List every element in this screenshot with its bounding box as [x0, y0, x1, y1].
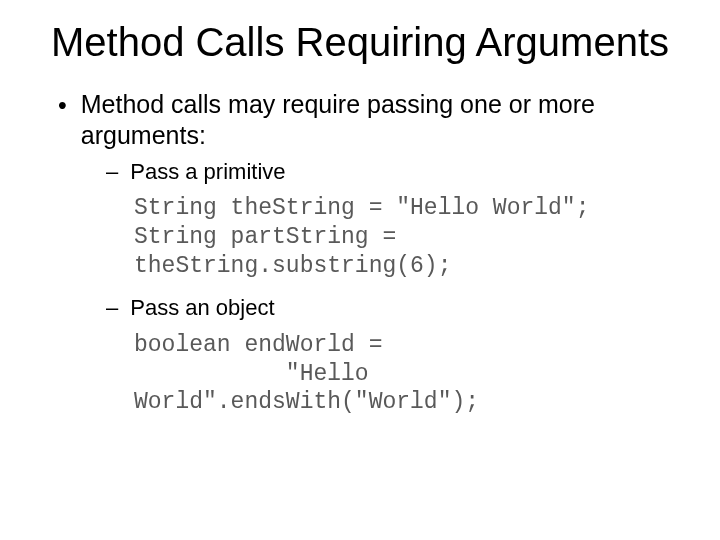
slide-title: Method Calls Requiring Arguments [40, 20, 680, 65]
bullet-marker-dot: • [58, 89, 67, 122]
code-block-object: boolean endWorld = "Hello World".endsWit… [134, 331, 680, 417]
bullet-item-object: – Pass an object [106, 294, 680, 323]
bullet-item-label: Pass an object [130, 294, 274, 323]
bullet-marker-dash: – [106, 294, 118, 323]
bullet-intro-text: Method calls may require passing one or … [81, 89, 680, 152]
bullet-item-label: Pass a primitive [130, 158, 285, 187]
bullet-intro: • Method calls may require passing one o… [58, 89, 680, 152]
code-block-primitive: String theString = "Hello World"; String… [134, 194, 680, 280]
bullet-marker-dash: – [106, 158, 118, 187]
bullet-item-primitive: – Pass a primitive [106, 158, 680, 187]
